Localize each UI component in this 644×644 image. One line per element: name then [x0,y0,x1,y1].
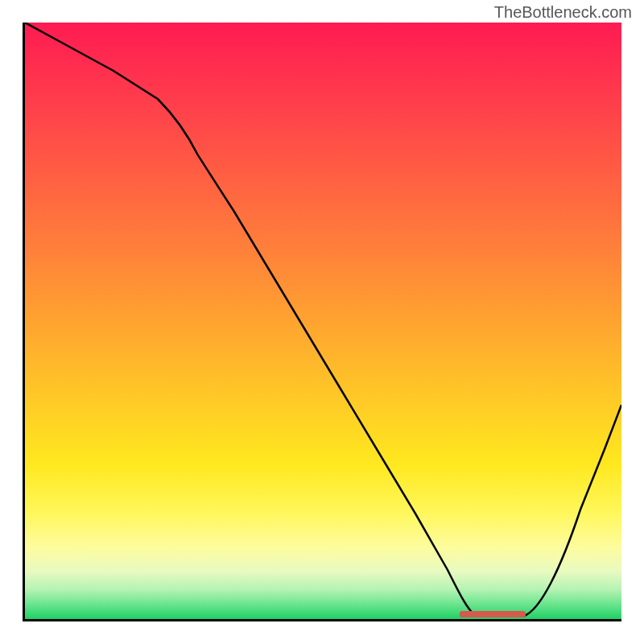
optimal-range-marker [460,611,526,617]
chart-plot-area [23,23,621,621]
watermark-text: TheBottleneck.com [494,3,632,22]
bottleneck-curve [25,23,621,619]
